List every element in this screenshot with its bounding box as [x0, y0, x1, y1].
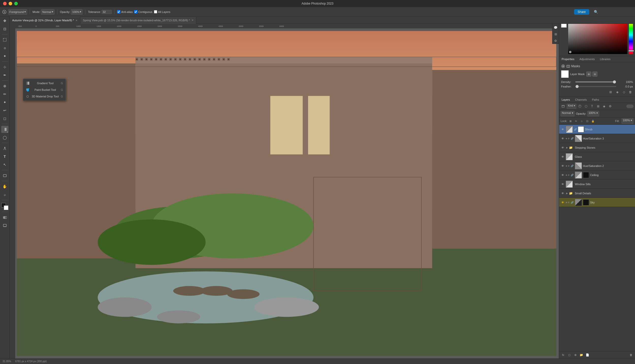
search-icon[interactable]: 🔍 — [594, 10, 598, 14]
filter-icon3[interactable]: T — [590, 104, 595, 109]
mask-subtract-btn[interactable]: ⊖ — [592, 72, 597, 77]
minimize-button[interactable] — [9, 2, 12, 5]
canvas-image[interactable]: ▣▣▣▣▣▣▣▣▣▣▣▣▣▣▣▣▣▣▣▣ — [17, 31, 556, 356]
properties-tab[interactable]: Properties — [559, 56, 577, 62]
adjust-icon-btn[interactable]: ⊞ — [553, 31, 559, 37]
channels-tab[interactable]: Channels — [573, 97, 589, 102]
add-mask-btn[interactable]: ◻ — [567, 352, 572, 357]
density-slider[interactable] — [575, 81, 616, 82]
layer-windows-eye[interactable]: 👁 — [561, 182, 565, 186]
layer-smalldetails-eye[interactable]: 👁 — [561, 191, 565, 195]
tab-autumn-view[interactable]: Autumn View.psb @ 31% (Shrub, Layer Mask… — [10, 17, 80, 24]
heal-tool-btn[interactable]: ⊕ — [1, 82, 8, 90]
tab-autumn-close[interactable]: ✕ — [75, 19, 77, 22]
layer-row-sky[interactable]: 👁 ♣ ⊕ 🔗 Sky — [559, 198, 635, 207]
filter-toggle-btn[interactable] — [626, 105, 633, 108]
tolerance-input[interactable] — [102, 10, 112, 14]
ctx-3d-material[interactable]: ⬡ 3D Material Drop Tool G — [23, 93, 66, 100]
add-style-btn[interactable]: fx — [561, 352, 566, 357]
all-layers-check-label[interactable]: All Layers — [154, 10, 170, 13]
mask-apply-btn[interactable]: ⊕ — [586, 72, 591, 77]
move-tool-btn[interactable]: ✥ — [1, 17, 8, 24]
blend-mode-dropdown[interactable]: Normal ▾ — [561, 111, 575, 116]
prop-grid-icon[interactable]: ⊞ — [608, 90, 613, 95]
add-group-btn[interactable]: 📁 — [579, 352, 584, 357]
filter-icon1[interactable]: Ⓣ — [577, 104, 582, 109]
feather-slider[interactable] — [576, 86, 616, 87]
hand-tool-btn[interactable]: ✋ — [1, 183, 8, 190]
gradient-tool-btn[interactable] — [1, 126, 8, 133]
opacity-dropdown[interactable]: 100% ▾ — [587, 111, 599, 116]
layer-row-shrub[interactable]: 👁 🔗 Shrub — [559, 125, 635, 134]
layer-sky-eye[interactable]: 👁 — [561, 200, 565, 204]
delete-layer-btn[interactable]: 🗑 — [628, 352, 633, 357]
tab-spring-view[interactable]: Spring View.psb @ 15.5% (3d-render-brush… — [80, 17, 196, 24]
eyedropper-btn[interactable]: ✒ — [1, 72, 8, 79]
shape-tool-btn[interactable] — [1, 172, 8, 179]
screen-mode-btn[interactable] — [1, 222, 8, 229]
zoom-tool-btn[interactable]: ⌕ — [1, 191, 8, 198]
mode-dropdown[interactable]: Normal ▾ — [41, 9, 54, 15]
layer-row-ceiling[interactable]: 👁 ♣ ⊕ 🔗 Ceiling — [559, 170, 635, 180]
anti-alias-check-label[interactable]: Anti-alias — [117, 10, 133, 13]
maximize-button[interactable] — [14, 2, 18, 5]
dodge-tool-btn[interactable]: ◯ — [1, 134, 8, 141]
contiguous-check-label[interactable]: Contiguous — [134, 10, 152, 13]
layer-stepping-eye[interactable]: 👁 — [561, 146, 565, 150]
libraries-tab[interactable]: Libraries — [597, 56, 613, 62]
eraser-btn[interactable]: ◻ — [1, 115, 8, 122]
close-button[interactable] — [3, 2, 7, 5]
magic-wand-btn[interactable]: ✦ — [1, 53, 8, 60]
background-swatch[interactable] — [4, 205, 8, 210]
type-tool-btn[interactable]: T — [1, 153, 8, 160]
layer-hue2-eye[interactable]: 👁 — [561, 164, 565, 168]
comments-icon-btn[interactable]: 💬 — [553, 25, 559, 30]
prop-trash-icon[interactable]: 🗑 — [628, 90, 633, 95]
filter-kind-dropdown[interactable]: Kind ▾ — [567, 104, 576, 109]
crop-tool-btn[interactable]: ⊹ — [1, 63, 8, 71]
settings-icon-btn[interactable]: ⚙ — [553, 38, 559, 44]
layer-row-glass[interactable]: 👁 Glass — [559, 152, 635, 161]
fill-dropdown[interactable]: 100% ▾ — [622, 118, 633, 124]
lock-all-btn[interactable]: 🔒 — [591, 119, 595, 123]
layer-row-stepping[interactable]: 👁 ▶ 📁 Stepping Stones — [559, 143, 635, 152]
tool-foreground-dropdown[interactable]: Foreground ▾ — [8, 9, 27, 15]
layers-tab[interactable]: Layers — [559, 97, 573, 102]
artboard-tool-btn[interactable]: ⊡ — [1, 25, 8, 32]
all-layers-checkbox[interactable] — [154, 10, 157, 13]
filter-icon2[interactable]: ⬡ — [583, 104, 589, 109]
marquee-tool-btn[interactable] — [1, 36, 8, 43]
layer-shrub-eye[interactable]: 👁 — [561, 127, 565, 131]
lock-position-btn[interactable]: ⊹ — [579, 119, 584, 123]
contiguous-checkbox[interactable] — [134, 10, 137, 13]
brush-tool-btn[interactable]: ✏ — [1, 91, 8, 98]
pen-tool-btn[interactable] — [1, 145, 8, 152]
lock-image-btn[interactable]: ✏ — [574, 119, 578, 123]
lock-artboard-btn[interactable]: ⊡ — [585, 119, 590, 123]
layer-row-hue3[interactable]: 👁 ♣ ⊕ 🔗 Hue/Saturation 3 — [559, 134, 635, 143]
filter-icon5[interactable]: ◈ — [602, 104, 607, 109]
ctx-gradient-tool[interactable]: Gradient Tool G — [23, 80, 66, 86]
layer-glass-eye[interactable]: 👁 — [561, 155, 565, 159]
layer-row-smalldetails[interactable]: 👁 ▶ 📁 Small Details — [559, 189, 635, 198]
lasso-tool-btn[interactable]: ⌾ — [1, 44, 8, 51]
add-layer-btn[interactable]: 📄 — [585, 352, 590, 357]
feather-thumb[interactable] — [576, 85, 579, 88]
layer-row-windowsills[interactable]: 👁 Window Sills — [559, 180, 635, 189]
density-thumb[interactable] — [613, 80, 616, 83]
paths-tab[interactable]: Paths — [590, 97, 602, 102]
clone-stamp-btn[interactable]: ✦ — [1, 99, 8, 106]
share-button[interactable]: Share — [574, 9, 589, 15]
filter-icon4[interactable]: ⊞ — [596, 104, 601, 109]
add-adjustment-btn[interactable]: ⊕ — [573, 352, 578, 357]
layer-hue3-eye[interactable]: 👁 — [561, 136, 565, 141]
ctx-paint-bucket[interactable]: 🪣 Paint Bucket Tool G — [23, 86, 66, 93]
path-select-btn[interactable]: ↖ — [1, 161, 8, 168]
quick-mask-btn[interactable] — [1, 214, 8, 221]
lock-transparent-btn[interactable]: ⊠ — [568, 119, 573, 123]
filter-icon6[interactable]: ⚙ — [608, 104, 613, 109]
prop-apply-icon[interactable]: ◇ — [621, 90, 626, 95]
tab-spring-close[interactable]: ✕ — [192, 19, 194, 22]
opacity-dropdown[interactable]: 100% ▾ — [71, 9, 83, 15]
anti-alias-checkbox[interactable] — [117, 10, 120, 13]
